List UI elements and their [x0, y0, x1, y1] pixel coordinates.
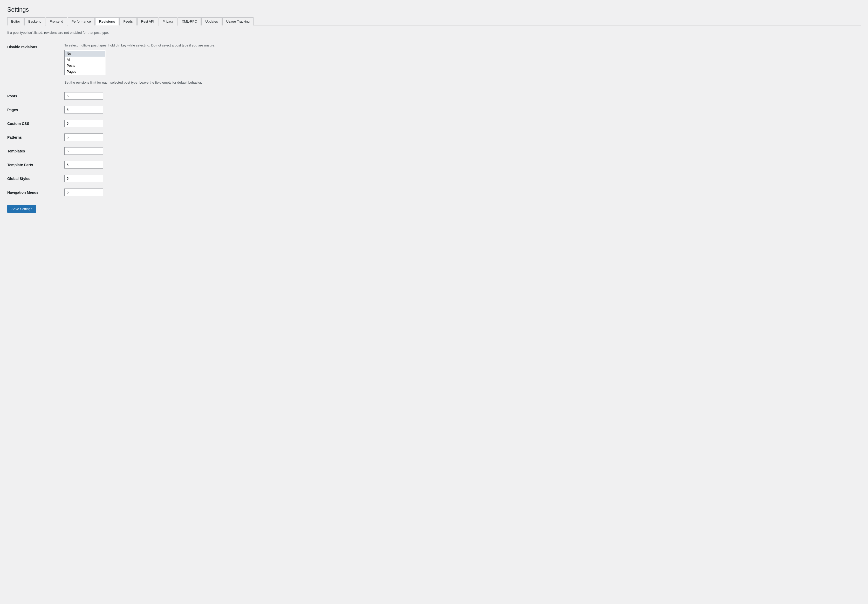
info-text: If a post type isn't listed, revisions a… — [7, 31, 861, 34]
settings-container: Disable revisions To select multiple pos… — [7, 41, 861, 196]
label-templates: Templates — [7, 149, 64, 153]
field-row-posts: Posts — [7, 92, 861, 100]
tab-performance[interactable]: Performance — [68, 17, 95, 25]
multiselect-wrapper: NoAllPostsPages — [64, 50, 106, 75]
input-template-parts[interactable] — [64, 161, 103, 169]
input-custom-css[interactable] — [64, 120, 103, 127]
tab-revisions[interactable]: Revisions — [95, 17, 119, 25]
input-global-styles[interactable] — [64, 175, 103, 182]
fields-container: PostsPagesCustom CSSPatternsTemplatesTem… — [7, 92, 861, 196]
disable-revisions-select[interactable]: NoAllPostsPages — [64, 50, 106, 75]
disable-revisions-description: To select multiple post types, hold ctrl… — [64, 43, 861, 47]
input-patterns[interactable] — [64, 134, 103, 141]
tab-privacy[interactable]: Privacy — [158, 17, 177, 25]
field-row-navigation-menus: Navigation Menus — [7, 188, 861, 196]
tab-rest-api[interactable]: Rest API — [137, 17, 158, 25]
field-row-pages: Pages — [7, 106, 861, 113]
tab-frontend[interactable]: Frontend — [46, 17, 67, 25]
field-row-template-parts: Template Parts — [7, 161, 861, 169]
label-navigation-menus: Navigation Menus — [7, 190, 64, 194]
revision-limit-description: Set the revisions limit for each selecte… — [64, 81, 861, 84]
tab-updates[interactable]: Updates — [202, 17, 222, 25]
tab-backend[interactable]: Backend — [25, 17, 45, 25]
input-posts[interactable] — [64, 92, 103, 100]
input-navigation-menus[interactable] — [64, 188, 103, 196]
field-row-global-styles: Global Styles — [7, 175, 861, 182]
label-pages: Pages — [7, 108, 64, 112]
tab-xml-rpc[interactable]: XML-RPC — [178, 17, 201, 25]
label-global-styles: Global Styles — [7, 177, 64, 181]
page-title: Settings — [7, 6, 861, 13]
disable-revisions-row: Disable revisions To select multiple pos… — [7, 41, 861, 87]
tab-editor[interactable]: Editor — [7, 17, 24, 25]
input-pages[interactable] — [64, 106, 103, 113]
save-settings-button[interactable]: Save Settings — [7, 205, 36, 213]
field-row-patterns: Patterns — [7, 134, 861, 141]
disable-revisions-label: Disable revisions — [7, 43, 64, 49]
field-row-templates: Templates — [7, 147, 861, 155]
label-custom-css: Custom CSS — [7, 121, 64, 126]
tab-usage-tracking[interactable]: Usage Tracking — [222, 17, 254, 25]
disable-revisions-field: To select multiple post types, hold ctrl… — [64, 43, 861, 84]
tabs-nav: EditorBackendFrontendPerformanceRevision… — [7, 17, 861, 25]
label-template-parts: Template Parts — [7, 163, 64, 167]
input-templates[interactable] — [64, 147, 103, 155]
field-row-custom-css: Custom CSS — [7, 120, 861, 127]
label-patterns: Patterns — [7, 135, 64, 140]
label-posts: Posts — [7, 94, 64, 98]
tab-feeds[interactable]: Feeds — [119, 17, 136, 25]
